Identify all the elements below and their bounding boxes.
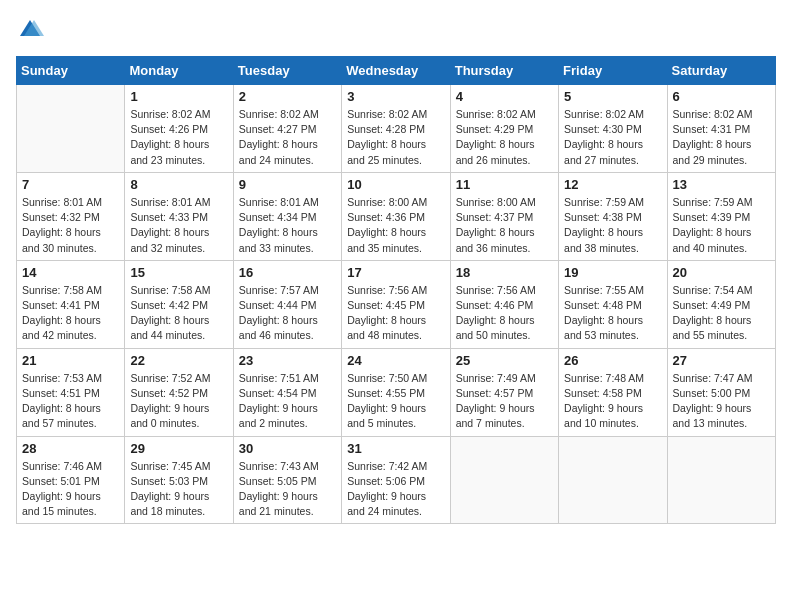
week-row-1: 1Sunrise: 8:02 AM Sunset: 4:26 PM Daylig… — [17, 85, 776, 173]
calendar-cell — [17, 85, 125, 173]
calendar-cell: 6Sunrise: 8:02 AM Sunset: 4:31 PM Daylig… — [667, 85, 775, 173]
calendar-cell: 28Sunrise: 7:46 AM Sunset: 5:01 PM Dayli… — [17, 436, 125, 524]
calendar-cell — [450, 436, 558, 524]
calendar-cell: 16Sunrise: 7:57 AM Sunset: 4:44 PM Dayli… — [233, 260, 341, 348]
calendar-cell: 26Sunrise: 7:48 AM Sunset: 4:58 PM Dayli… — [559, 348, 667, 436]
calendar-cell: 22Sunrise: 7:52 AM Sunset: 4:52 PM Dayli… — [125, 348, 233, 436]
day-number: 25 — [456, 353, 553, 368]
day-number: 9 — [239, 177, 336, 192]
calendar-cell: 18Sunrise: 7:56 AM Sunset: 4:46 PM Dayli… — [450, 260, 558, 348]
calendar-cell: 30Sunrise: 7:43 AM Sunset: 5:05 PM Dayli… — [233, 436, 341, 524]
day-number: 19 — [564, 265, 661, 280]
day-number: 6 — [673, 89, 770, 104]
col-header-sunday: Sunday — [17, 57, 125, 85]
day-info: Sunrise: 7:47 AM Sunset: 5:00 PM Dayligh… — [673, 371, 770, 432]
calendar-cell: 31Sunrise: 7:42 AM Sunset: 5:06 PM Dayli… — [342, 436, 450, 524]
day-number: 7 — [22, 177, 119, 192]
week-row-4: 21Sunrise: 7:53 AM Sunset: 4:51 PM Dayli… — [17, 348, 776, 436]
day-info: Sunrise: 7:43 AM Sunset: 5:05 PM Dayligh… — [239, 459, 336, 520]
calendar-cell: 25Sunrise: 7:49 AM Sunset: 4:57 PM Dayli… — [450, 348, 558, 436]
week-row-3: 14Sunrise: 7:58 AM Sunset: 4:41 PM Dayli… — [17, 260, 776, 348]
calendar-cell: 4Sunrise: 8:02 AM Sunset: 4:29 PM Daylig… — [450, 85, 558, 173]
calendar-cell: 14Sunrise: 7:58 AM Sunset: 4:41 PM Dayli… — [17, 260, 125, 348]
day-info: Sunrise: 8:02 AM Sunset: 4:29 PM Dayligh… — [456, 107, 553, 168]
day-number: 3 — [347, 89, 444, 104]
calendar-cell: 17Sunrise: 7:56 AM Sunset: 4:45 PM Dayli… — [342, 260, 450, 348]
calendar-cell: 7Sunrise: 8:01 AM Sunset: 4:32 PM Daylig… — [17, 172, 125, 260]
day-info: Sunrise: 8:00 AM Sunset: 4:37 PM Dayligh… — [456, 195, 553, 256]
day-number: 28 — [22, 441, 119, 456]
calendar-cell: 10Sunrise: 8:00 AM Sunset: 4:36 PM Dayli… — [342, 172, 450, 260]
calendar-cell: 13Sunrise: 7:59 AM Sunset: 4:39 PM Dayli… — [667, 172, 775, 260]
day-info: Sunrise: 8:02 AM Sunset: 4:26 PM Dayligh… — [130, 107, 227, 168]
week-row-5: 28Sunrise: 7:46 AM Sunset: 5:01 PM Dayli… — [17, 436, 776, 524]
day-number: 14 — [22, 265, 119, 280]
day-number: 11 — [456, 177, 553, 192]
day-info: Sunrise: 8:01 AM Sunset: 4:34 PM Dayligh… — [239, 195, 336, 256]
calendar-cell: 3Sunrise: 8:02 AM Sunset: 4:28 PM Daylig… — [342, 85, 450, 173]
logo-icon — [16, 16, 44, 44]
day-number: 23 — [239, 353, 336, 368]
day-number: 17 — [347, 265, 444, 280]
calendar-cell: 2Sunrise: 8:02 AM Sunset: 4:27 PM Daylig… — [233, 85, 341, 173]
day-number: 20 — [673, 265, 770, 280]
day-number: 24 — [347, 353, 444, 368]
calendar-cell: 8Sunrise: 8:01 AM Sunset: 4:33 PM Daylig… — [125, 172, 233, 260]
day-info: Sunrise: 7:53 AM Sunset: 4:51 PM Dayligh… — [22, 371, 119, 432]
day-number: 27 — [673, 353, 770, 368]
day-info: Sunrise: 8:00 AM Sunset: 4:36 PM Dayligh… — [347, 195, 444, 256]
calendar-cell: 20Sunrise: 7:54 AM Sunset: 4:49 PM Dayli… — [667, 260, 775, 348]
calendar-cell — [667, 436, 775, 524]
col-header-monday: Monday — [125, 57, 233, 85]
day-info: Sunrise: 7:59 AM Sunset: 4:38 PM Dayligh… — [564, 195, 661, 256]
day-info: Sunrise: 8:02 AM Sunset: 4:28 PM Dayligh… — [347, 107, 444, 168]
day-info: Sunrise: 7:52 AM Sunset: 4:52 PM Dayligh… — [130, 371, 227, 432]
day-info: Sunrise: 7:56 AM Sunset: 4:46 PM Dayligh… — [456, 283, 553, 344]
calendar-cell: 21Sunrise: 7:53 AM Sunset: 4:51 PM Dayli… — [17, 348, 125, 436]
day-info: Sunrise: 7:57 AM Sunset: 4:44 PM Dayligh… — [239, 283, 336, 344]
day-info: Sunrise: 7:49 AM Sunset: 4:57 PM Dayligh… — [456, 371, 553, 432]
day-info: Sunrise: 8:01 AM Sunset: 4:33 PM Dayligh… — [130, 195, 227, 256]
day-info: Sunrise: 8:01 AM Sunset: 4:32 PM Dayligh… — [22, 195, 119, 256]
day-info: Sunrise: 7:54 AM Sunset: 4:49 PM Dayligh… — [673, 283, 770, 344]
calendar-header-row: SundayMondayTuesdayWednesdayThursdayFrid… — [17, 57, 776, 85]
calendar-cell: 29Sunrise: 7:45 AM Sunset: 5:03 PM Dayli… — [125, 436, 233, 524]
day-number: 10 — [347, 177, 444, 192]
day-info: Sunrise: 7:58 AM Sunset: 4:41 PM Dayligh… — [22, 283, 119, 344]
col-header-thursday: Thursday — [450, 57, 558, 85]
day-number: 8 — [130, 177, 227, 192]
day-info: Sunrise: 7:46 AM Sunset: 5:01 PM Dayligh… — [22, 459, 119, 520]
week-row-2: 7Sunrise: 8:01 AM Sunset: 4:32 PM Daylig… — [17, 172, 776, 260]
day-info: Sunrise: 8:02 AM Sunset: 4:31 PM Dayligh… — [673, 107, 770, 168]
calendar-cell: 5Sunrise: 8:02 AM Sunset: 4:30 PM Daylig… — [559, 85, 667, 173]
calendar-cell: 11Sunrise: 8:00 AM Sunset: 4:37 PM Dayli… — [450, 172, 558, 260]
col-header-wednesday: Wednesday — [342, 57, 450, 85]
col-header-tuesday: Tuesday — [233, 57, 341, 85]
day-number: 1 — [130, 89, 227, 104]
logo — [16, 16, 46, 44]
day-info: Sunrise: 7:55 AM Sunset: 4:48 PM Dayligh… — [564, 283, 661, 344]
calendar-cell: 24Sunrise: 7:50 AM Sunset: 4:55 PM Dayli… — [342, 348, 450, 436]
col-header-friday: Friday — [559, 57, 667, 85]
calendar-cell: 12Sunrise: 7:59 AM Sunset: 4:38 PM Dayli… — [559, 172, 667, 260]
calendar-cell: 1Sunrise: 8:02 AM Sunset: 4:26 PM Daylig… — [125, 85, 233, 173]
day-number: 21 — [22, 353, 119, 368]
day-number: 5 — [564, 89, 661, 104]
page-header — [16, 16, 776, 44]
day-info: Sunrise: 7:51 AM Sunset: 4:54 PM Dayligh… — [239, 371, 336, 432]
day-number: 29 — [130, 441, 227, 456]
calendar-cell: 9Sunrise: 8:01 AM Sunset: 4:34 PM Daylig… — [233, 172, 341, 260]
day-info: Sunrise: 7:45 AM Sunset: 5:03 PM Dayligh… — [130, 459, 227, 520]
day-number: 18 — [456, 265, 553, 280]
day-number: 2 — [239, 89, 336, 104]
day-number: 12 — [564, 177, 661, 192]
day-number: 31 — [347, 441, 444, 456]
col-header-saturday: Saturday — [667, 57, 775, 85]
day-number: 22 — [130, 353, 227, 368]
day-info: Sunrise: 7:56 AM Sunset: 4:45 PM Dayligh… — [347, 283, 444, 344]
calendar-cell: 19Sunrise: 7:55 AM Sunset: 4:48 PM Dayli… — [559, 260, 667, 348]
day-info: Sunrise: 7:42 AM Sunset: 5:06 PM Dayligh… — [347, 459, 444, 520]
day-info: Sunrise: 7:59 AM Sunset: 4:39 PM Dayligh… — [673, 195, 770, 256]
day-number: 26 — [564, 353, 661, 368]
day-number: 13 — [673, 177, 770, 192]
